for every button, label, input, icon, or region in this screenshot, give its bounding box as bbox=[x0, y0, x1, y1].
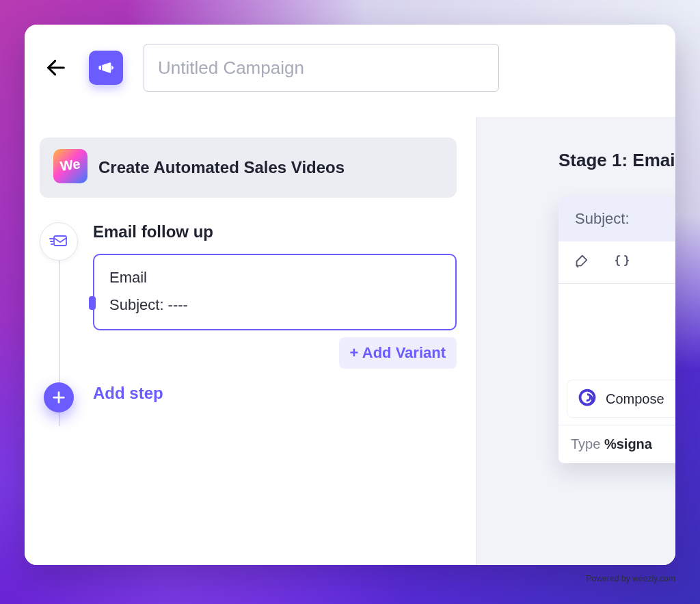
campaign-name-input[interactable] bbox=[144, 44, 499, 92]
card-handle[interactable] bbox=[89, 296, 96, 310]
app-logo bbox=[89, 51, 123, 85]
create-videos-banner[interactable]: We Create Automated Sales Videos bbox=[40, 137, 457, 198]
app-window: We Create Automated Sales Videos bbox=[25, 25, 675, 565]
signature-prefix: Type bbox=[571, 436, 604, 451]
email-card-heading: Email bbox=[109, 269, 440, 287]
email-card-subject: Subject: ---- bbox=[109, 296, 440, 314]
send-email-icon bbox=[49, 234, 68, 249]
editor-body[interactable] bbox=[558, 284, 675, 380]
timeline: Email follow up Email Subject: ---- + Ad… bbox=[40, 222, 457, 330]
compose-label: Compose bbox=[606, 391, 664, 407]
plus-icon bbox=[51, 390, 66, 405]
back-button[interactable] bbox=[44, 55, 68, 80]
stage-title: Stage 1: Email bbox=[558, 150, 675, 171]
add-step-label[interactable]: Add step bbox=[93, 384, 163, 403]
add-step-button[interactable] bbox=[44, 382, 74, 412]
svg-text:We: We bbox=[59, 156, 81, 174]
braces-icon bbox=[613, 254, 631, 269]
insert-variable-button[interactable] bbox=[613, 254, 631, 271]
powered-by: Powered by weezly.com bbox=[586, 574, 675, 583]
step-title: Email follow up bbox=[93, 222, 457, 241]
signature-token: %signa bbox=[604, 436, 652, 451]
arrow-left-icon bbox=[44, 56, 68, 79]
step-email-node[interactable] bbox=[40, 222, 78, 261]
left-pane: We Create Automated Sales Videos bbox=[25, 117, 476, 565]
signature-hint: Type %signa bbox=[558, 425, 675, 463]
brush-icon bbox=[574, 254, 589, 269]
right-pane: Stage 1: Email Subject: bbox=[476, 117, 675, 565]
email-card[interactable]: Email Subject: ---- bbox=[93, 254, 457, 330]
megaphone-icon bbox=[96, 58, 116, 77]
email-editor: Subject: bbox=[558, 196, 675, 463]
svg-rect-3 bbox=[54, 236, 66, 246]
subject-field[interactable]: Subject: bbox=[558, 196, 675, 241]
swirl-icon bbox=[577, 387, 597, 410]
compose-button[interactable]: Compose bbox=[567, 380, 675, 418]
format-brush-button[interactable] bbox=[574, 254, 589, 271]
banner-text: Create Automated Sales Videos bbox=[98, 158, 345, 177]
add-step-row: Add step bbox=[40, 384, 457, 403]
weezly-logo-icon: We bbox=[53, 149, 88, 186]
add-variant-button[interactable]: + Add Variant bbox=[339, 337, 457, 369]
body: We Create Automated Sales Videos bbox=[25, 117, 675, 565]
editor-toolbar bbox=[558, 241, 675, 284]
header bbox=[25, 25, 675, 111]
